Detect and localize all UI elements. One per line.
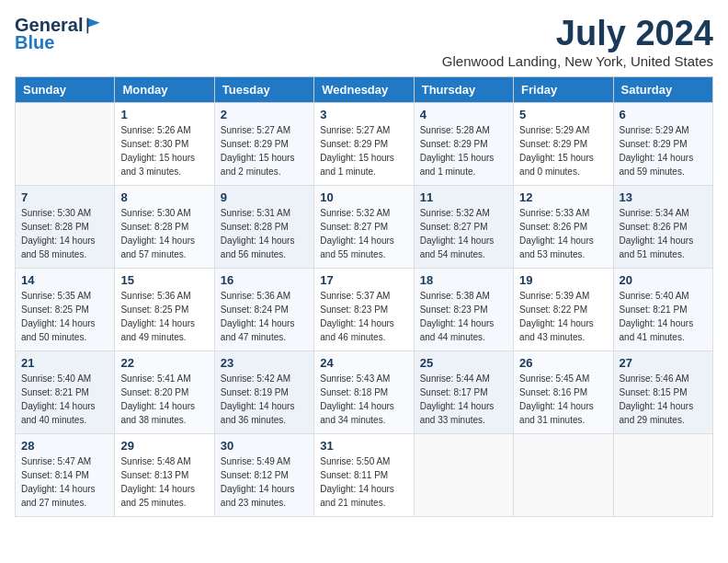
weekday-header-friday: Friday — [514, 76, 613, 102]
day-info: Sunrise: 5:36 AMSunset: 8:25 PMDaylight:… — [120, 289, 208, 344]
day-number: 10 — [320, 190, 407, 204]
day-number: 13 — [620, 190, 707, 204]
day-info: Sunrise: 5:37 AMSunset: 8:23 PMDaylight:… — [320, 289, 407, 344]
day-number: 19 — [519, 273, 607, 287]
day-number: 5 — [519, 108, 607, 121]
calendar-cell: 24Sunrise: 5:43 AMSunset: 8:18 PMDayligh… — [314, 350, 414, 433]
day-number: 28 — [21, 439, 108, 453]
weekday-header-thursday: Thursday — [414, 76, 513, 102]
day-number: 21 — [21, 356, 108, 370]
day-info: Sunrise: 5:47 AMSunset: 8:14 PMDaylight:… — [21, 454, 108, 510]
day-info: Sunrise: 5:27 AMSunset: 8:29 PMDaylight:… — [221, 123, 308, 178]
calendar-cell — [414, 433, 513, 516]
day-info: Sunrise: 5:34 AMSunset: 8:26 PMDaylight:… — [620, 206, 707, 261]
calendar-cell — [514, 433, 613, 516]
day-info: Sunrise: 5:44 AMSunset: 8:17 PMDaylight:… — [420, 372, 507, 427]
day-info: Sunrise: 5:46 AMSunset: 8:15 PMDaylight:… — [620, 372, 707, 427]
day-info: Sunrise: 5:50 AMSunset: 8:11 PMDaylight:… — [320, 454, 407, 510]
calendar-cell: 7Sunrise: 5:30 AMSunset: 8:28 PMDaylight… — [16, 185, 115, 268]
day-number: 23 — [221, 356, 308, 370]
calendar-cell: 4Sunrise: 5:28 AMSunset: 8:29 PMDaylight… — [414, 102, 513, 185]
calendar-cell: 31Sunrise: 5:50 AMSunset: 8:11 PMDayligh… — [314, 433, 414, 516]
day-number: 8 — [120, 190, 208, 204]
calendar-week-row: 1Sunrise: 5:26 AMSunset: 8:30 PMDaylight… — [16, 102, 713, 185]
day-info: Sunrise: 5:48 AMSunset: 8:13 PMDaylight:… — [120, 454, 208, 510]
weekday-header-wednesday: Wednesday — [314, 76, 414, 102]
calendar-cell: 28Sunrise: 5:47 AMSunset: 8:14 PMDayligh… — [16, 433, 115, 516]
calendar-week-row: 14Sunrise: 5:35 AMSunset: 8:25 PMDayligh… — [16, 268, 713, 350]
day-info: Sunrise: 5:33 AMSunset: 8:26 PMDaylight:… — [519, 206, 607, 261]
day-number: 9 — [221, 190, 308, 204]
weekday-header-saturday: Saturday — [613, 76, 712, 102]
calendar-cell: 3Sunrise: 5:27 AMSunset: 8:29 PMDaylight… — [314, 102, 414, 185]
day-number: 6 — [620, 108, 707, 121]
day-number: 7 — [21, 190, 108, 204]
day-info: Sunrise: 5:36 AMSunset: 8:24 PMDaylight:… — [221, 289, 308, 344]
day-info: Sunrise: 5:39 AMSunset: 8:22 PMDaylight:… — [519, 289, 607, 344]
logo-flag-icon — [85, 17, 103, 35]
day-info: Sunrise: 5:31 AMSunset: 8:28 PMDaylight:… — [221, 206, 308, 261]
day-info: Sunrise: 5:32 AMSunset: 8:27 PMDaylight:… — [320, 206, 407, 261]
day-number: 3 — [320, 108, 407, 121]
calendar-cell: 6Sunrise: 5:29 AMSunset: 8:29 PMDaylight… — [613, 102, 712, 185]
day-number: 2 — [221, 108, 308, 121]
svg-rect-1 — [87, 17, 89, 33]
calendar-cell: 17Sunrise: 5:37 AMSunset: 8:23 PMDayligh… — [314, 268, 414, 350]
day-info: Sunrise: 5:30 AMSunset: 8:28 PMDaylight:… — [120, 206, 208, 261]
calendar-cell: 25Sunrise: 5:44 AMSunset: 8:17 PMDayligh… — [414, 350, 513, 433]
calendar-cell: 12Sunrise: 5:33 AMSunset: 8:26 PMDayligh… — [514, 185, 613, 268]
day-info: Sunrise: 5:38 AMSunset: 8:23 PMDaylight:… — [420, 289, 507, 344]
day-number: 14 — [21, 273, 108, 287]
calendar-cell: 11Sunrise: 5:32 AMSunset: 8:27 PMDayligh… — [414, 185, 513, 268]
day-number: 31 — [320, 439, 407, 453]
calendar-cell: 26Sunrise: 5:45 AMSunset: 8:16 PMDayligh… — [514, 350, 613, 433]
weekday-header-sunday: Sunday — [16, 76, 115, 102]
calendar-cell: 22Sunrise: 5:41 AMSunset: 8:20 PMDayligh… — [115, 350, 214, 433]
day-number: 16 — [221, 273, 308, 287]
day-number: 12 — [519, 190, 607, 204]
calendar-cell: 23Sunrise: 5:42 AMSunset: 8:19 PMDayligh… — [214, 350, 313, 433]
day-number: 22 — [120, 356, 208, 370]
location-title: Glenwood Landing, New York, United State… — [442, 53, 713, 69]
calendar-cell: 10Sunrise: 5:32 AMSunset: 8:27 PMDayligh… — [314, 185, 414, 268]
calendar-table: SundayMondayTuesdayWednesdayThursdayFrid… — [15, 76, 713, 517]
day-info: Sunrise: 5:41 AMSunset: 8:20 PMDaylight:… — [120, 372, 208, 427]
day-number: 27 — [620, 356, 707, 370]
calendar-cell: 30Sunrise: 5:49 AMSunset: 8:12 PMDayligh… — [214, 433, 313, 516]
day-info: Sunrise: 5:49 AMSunset: 8:12 PMDaylight:… — [221, 454, 308, 510]
day-info: Sunrise: 5:42 AMSunset: 8:19 PMDaylight:… — [221, 372, 308, 427]
day-number: 1 — [120, 108, 208, 121]
day-info: Sunrise: 5:43 AMSunset: 8:18 PMDaylight:… — [320, 372, 407, 427]
weekday-header-tuesday: Tuesday — [214, 76, 313, 102]
calendar-week-row: 21Sunrise: 5:40 AMSunset: 8:21 PMDayligh… — [16, 350, 713, 433]
calendar-cell: 8Sunrise: 5:30 AMSunset: 8:28 PMDaylight… — [115, 185, 214, 268]
day-info: Sunrise: 5:26 AMSunset: 8:30 PMDaylight:… — [120, 123, 208, 178]
logo-blue-text: Blue — [15, 32, 54, 53]
calendar-cell: 21Sunrise: 5:40 AMSunset: 8:21 PMDayligh… — [16, 350, 115, 433]
title-area: July 2024 Glenwood Landing, New York, Un… — [442, 15, 713, 69]
calendar-cell: 5Sunrise: 5:29 AMSunset: 8:29 PMDaylight… — [514, 102, 613, 185]
day-info: Sunrise: 5:29 AMSunset: 8:29 PMDaylight:… — [620, 123, 707, 178]
day-number: 26 — [519, 356, 607, 370]
day-info: Sunrise: 5:30 AMSunset: 8:28 PMDaylight:… — [21, 206, 108, 261]
day-info: Sunrise: 5:45 AMSunset: 8:16 PMDaylight:… — [519, 372, 607, 427]
day-info: Sunrise: 5:27 AMSunset: 8:29 PMDaylight:… — [320, 123, 407, 178]
day-info: Sunrise: 5:32 AMSunset: 8:27 PMDaylight:… — [420, 206, 507, 261]
day-info: Sunrise: 5:40 AMSunset: 8:21 PMDaylight:… — [620, 289, 707, 344]
svg-marker-0 — [88, 17, 100, 27]
day-number: 15 — [120, 273, 208, 287]
weekday-header-row: SundayMondayTuesdayWednesdayThursdayFrid… — [16, 76, 713, 102]
day-number: 18 — [420, 273, 507, 287]
logo: General Blue — [15, 15, 103, 53]
day-number: 11 — [420, 190, 507, 204]
day-number: 25 — [420, 356, 507, 370]
day-number: 17 — [320, 273, 407, 287]
day-info: Sunrise: 5:35 AMSunset: 8:25 PMDaylight:… — [21, 289, 108, 344]
calendar-cell: 27Sunrise: 5:46 AMSunset: 8:15 PMDayligh… — [613, 350, 712, 433]
calendar-cell: 1Sunrise: 5:26 AMSunset: 8:30 PMDaylight… — [115, 102, 214, 185]
day-info: Sunrise: 5:29 AMSunset: 8:29 PMDaylight:… — [519, 123, 607, 178]
calendar-cell: 13Sunrise: 5:34 AMSunset: 8:26 PMDayligh… — [613, 185, 712, 268]
calendar-cell: 29Sunrise: 5:48 AMSunset: 8:13 PMDayligh… — [115, 433, 214, 516]
calendar-cell — [16, 102, 115, 185]
day-number: 29 — [120, 439, 208, 453]
